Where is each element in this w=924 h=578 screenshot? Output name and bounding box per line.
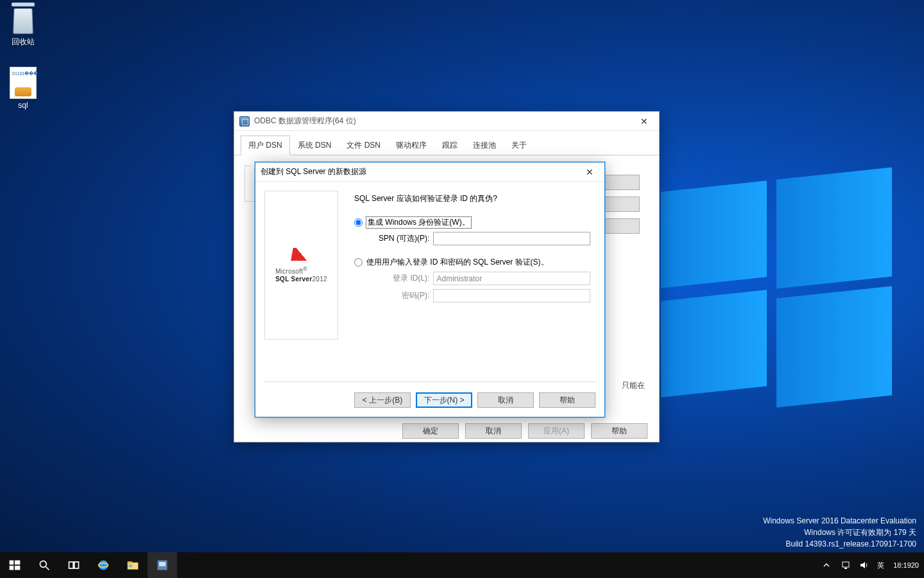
radio-sql-label[interactable]: 使用用户输入登录 ID 和密码的 SQL Server 验证(S)。 bbox=[366, 257, 549, 268]
tab-about[interactable]: 关于 bbox=[504, 136, 535, 155]
svg-rect-0 bbox=[10, 561, 14, 565]
odbc-help-button[interactable]: 帮助 bbox=[591, 423, 647, 439]
radio-sql-input[interactable] bbox=[354, 258, 363, 267]
svg-rect-7 bbox=[74, 562, 79, 568]
svg-rect-12 bbox=[128, 565, 132, 567]
wizard-titlebar[interactable]: 创建到 SQL Server 的新数据源 ✕ bbox=[255, 162, 604, 182]
watermark-line3: Build 14393.rs1_release.170917-1700 bbox=[763, 538, 916, 550]
wizard-close-button[interactable]: ✕ bbox=[575, 162, 604, 182]
wizard-back-button[interactable]: < 上一步(B) bbox=[354, 392, 411, 408]
wizard-help-button[interactable]: 帮助 bbox=[539, 392, 595, 408]
radio-integrated-input[interactable] bbox=[354, 218, 363, 227]
tray-clock[interactable]: 18:19 20 bbox=[888, 552, 924, 578]
radio-integrated-label[interactable]: 集成 Windows 身份验证(W)。 bbox=[366, 217, 471, 228]
tab-system-dsn[interactable]: 系统 DSN bbox=[290, 136, 339, 155]
sql-file-label: sql bbox=[0, 101, 46, 110]
search-button[interactable] bbox=[30, 552, 59, 578]
svg-rect-11 bbox=[128, 561, 133, 563]
svg-point-4 bbox=[40, 561, 46, 567]
tab-tracing[interactable]: 跟踪 bbox=[434, 136, 465, 155]
wizard-banner-text: Microsoft®SQL Server2012 bbox=[275, 266, 327, 282]
login-label: 登录 ID(L): bbox=[373, 273, 429, 284]
tab-drivers[interactable]: 驱动程序 bbox=[388, 136, 434, 155]
sql-dsn-wizard: 创建到 SQL Server 的新数据源 ✕ Microsoft®SQL Ser… bbox=[255, 162, 605, 417]
tab-user-dsn[interactable]: 用户 DSN bbox=[241, 136, 290, 155]
system-tray: 英 18:19 20 bbox=[816, 552, 924, 578]
task-view-button[interactable] bbox=[59, 552, 89, 578]
svg-rect-3 bbox=[15, 566, 20, 570]
recycle-bin-label: 回收站 bbox=[0, 37, 46, 48]
ime-indicator[interactable]: 英 bbox=[873, 552, 888, 578]
radio-sql-auth[interactable]: 使用用户输入登录 ID 和密码的 SQL Server 验证(S)。 bbox=[354, 257, 590, 268]
wizard-footer: < 上一步(B) 下一步(N) > 取消 帮助 bbox=[354, 392, 595, 408]
odbc-ok-button[interactable]: 确定 bbox=[402, 423, 459, 439]
sql-server-logo-icon bbox=[291, 248, 312, 261]
taskbar: 英 18:19 20 bbox=[0, 552, 924, 578]
odbc-title: ODBC 数据源管理程序(64 位) bbox=[254, 116, 629, 127]
odbc-note-text: 只能在 bbox=[622, 380, 645, 391]
tray-volume-icon[interactable] bbox=[855, 552, 873, 578]
svg-rect-15 bbox=[843, 562, 849, 567]
tray-network-icon[interactable] bbox=[837, 552, 855, 578]
windows-logo-wallpaper bbox=[661, 167, 892, 398]
trash-icon bbox=[10, 3, 37, 35]
password-field: 密码(P): bbox=[373, 289, 590, 302]
explorer-button[interactable] bbox=[118, 552, 148, 578]
wizard-body: Microsoft®SQL Server2012 SQL Server 应该如何… bbox=[255, 182, 604, 417]
svg-rect-14 bbox=[159, 562, 166, 566]
svg-rect-16 bbox=[844, 568, 847, 569]
watermark-line1: Windows Server 2016 Datacenter Evaluatio… bbox=[763, 515, 916, 527]
watermark-line2: Windows 许可证有效期为 179 天 bbox=[763, 527, 916, 538]
spn-label: SPN (可选)(P): bbox=[373, 233, 429, 244]
password-input bbox=[433, 289, 590, 302]
wizard-title: 创建到 SQL Server 的新数据源 bbox=[261, 166, 575, 177]
svg-point-8 bbox=[99, 561, 108, 570]
odbc-apply-button[interactable]: 应用(A) bbox=[528, 423, 585, 439]
tab-file-dsn[interactable]: 文件 DSN bbox=[339, 136, 388, 155]
wizard-separator bbox=[264, 381, 595, 382]
wizard-cancel-button[interactable]: 取消 bbox=[477, 392, 534, 408]
clock-date: 20 bbox=[911, 561, 919, 569]
clock-time: 18:19 bbox=[893, 561, 911, 569]
wizard-banner: Microsoft®SQL Server2012 bbox=[264, 191, 338, 340]
odbc-close-button[interactable]: ✕ bbox=[629, 112, 659, 131]
start-button[interactable] bbox=[0, 552, 30, 578]
svg-rect-2 bbox=[10, 566, 14, 570]
odbc-footer: 确定 取消 应用(A) 帮助 bbox=[402, 423, 647, 439]
sql-file-icon[interactable]: sql bbox=[0, 67, 46, 110]
spn-input[interactable] bbox=[433, 232, 590, 245]
evaluation-watermark: Windows Server 2016 Datacenter Evaluatio… bbox=[763, 515, 916, 550]
odbc-cancel-button[interactable]: 取消 bbox=[465, 423, 522, 439]
wizard-question: SQL Server 应该如何验证登录 ID 的真伪? bbox=[354, 193, 590, 204]
tray-overflow-button[interactable] bbox=[816, 552, 837, 578]
ie-button[interactable] bbox=[89, 552, 118, 578]
odbc-tabs: 用户 DSN 系统 DSN 文件 DSN 驱动程序 跟踪 连接池 关于 bbox=[234, 131, 659, 155]
odbc-titlebar[interactable]: ODBC 数据源管理程序(64 位) ✕ bbox=[234, 112, 659, 131]
svg-line-5 bbox=[46, 567, 49, 570]
wizard-next-button[interactable]: 下一步(N) > bbox=[416, 392, 472, 408]
svg-rect-1 bbox=[15, 561, 20, 565]
svg-rect-6 bbox=[69, 562, 74, 568]
spn-field: SPN (可选)(P): bbox=[373, 232, 590, 245]
login-input bbox=[433, 272, 590, 285]
odbc-taskbar-button[interactable] bbox=[148, 552, 177, 578]
odbc-app-icon bbox=[239, 116, 250, 127]
database-file-icon bbox=[10, 67, 37, 99]
recycle-bin-icon[interactable]: 回收站 bbox=[0, 3, 46, 48]
radio-integrated-auth[interactable]: 集成 Windows 身份验证(W)。 bbox=[354, 217, 590, 228]
password-label: 密码(P): bbox=[373, 290, 429, 301]
login-field: 登录 ID(L): bbox=[373, 272, 590, 285]
desktop: 回收站 sql ODBC 数据源管理程序(64 位) ✕ 用户 DSN 系统 D… bbox=[0, 0, 924, 578]
tab-pooling[interactable]: 连接池 bbox=[465, 136, 504, 155]
